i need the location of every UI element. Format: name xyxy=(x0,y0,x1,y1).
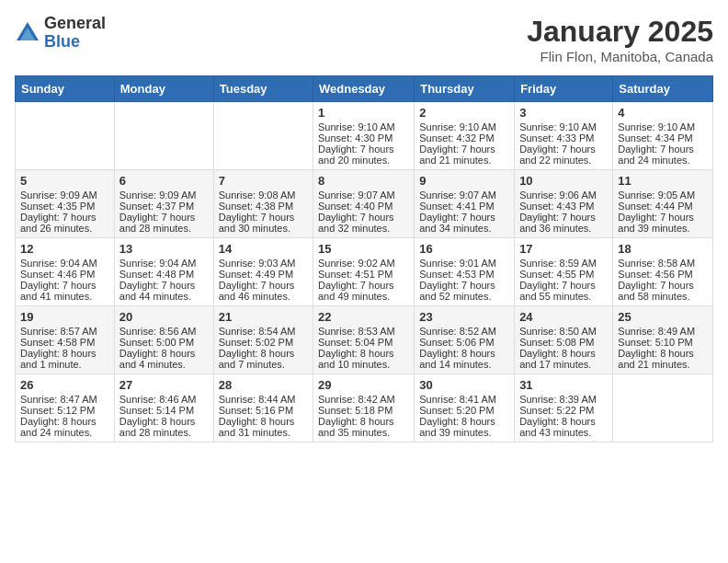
day-of-week-header: Thursday xyxy=(415,76,515,102)
day-number: 30 xyxy=(419,378,509,392)
day-info-line: Sunset: 4:32 PM xyxy=(419,132,509,144)
calendar-week-row: 5Sunrise: 9:09 AMSunset: 4:35 PMDaylight… xyxy=(16,170,713,238)
day-info-line: and 31 minutes. xyxy=(219,427,308,438)
calendar-day-cell: 11Sunrise: 9:05 AMSunset: 4:44 PMDayligh… xyxy=(613,170,713,238)
calendar-day-cell: 24Sunrise: 8:50 AMSunset: 5:08 PMDayligh… xyxy=(515,306,613,374)
title-block: January 2025 Flin Flon, Manitoba, Canada xyxy=(527,15,713,64)
day-info-line: Sunrise: 9:10 AM xyxy=(618,121,708,132)
calendar-day-cell: 5Sunrise: 9:09 AMSunset: 4:35 PMDaylight… xyxy=(16,170,115,238)
calendar-day-cell xyxy=(613,374,713,442)
calendar-day-cell: 1Sunrise: 9:10 AMSunset: 4:30 PMDaylight… xyxy=(313,102,415,170)
day-number: 18 xyxy=(618,242,708,256)
day-info-line: Sunrise: 9:03 AM xyxy=(219,258,308,269)
day-info-line: Sunrise: 8:39 AM xyxy=(519,394,608,405)
calendar-table: SundayMondayTuesdayWednesdayThursdayFrid… xyxy=(15,75,713,442)
day-info-line: and 4 minutes. xyxy=(119,359,209,370)
calendar-day-cell: 10Sunrise: 9:06 AMSunset: 4:43 PMDayligh… xyxy=(515,170,613,238)
calendar-day-cell: 8Sunrise: 9:07 AMSunset: 4:40 PMDaylight… xyxy=(313,170,415,238)
day-info-line: Daylight: 7 hours xyxy=(119,280,209,291)
calendar-day-cell: 27Sunrise: 8:46 AMSunset: 5:14 PMDayligh… xyxy=(114,374,213,442)
day-number: 2 xyxy=(419,106,509,120)
day-number: 21 xyxy=(219,310,308,324)
day-info-line: and 34 minutes. xyxy=(419,223,509,234)
calendar-day-cell: 14Sunrise: 9:03 AMSunset: 4:49 PMDayligh… xyxy=(213,238,313,306)
day-info-line: Sunset: 4:35 PM xyxy=(20,201,109,212)
day-info-line: Sunrise: 9:07 AM xyxy=(318,190,409,201)
day-info-line: Daylight: 7 hours xyxy=(618,280,708,291)
day-info-line: Sunset: 5:20 PM xyxy=(419,405,509,416)
day-info-line: Sunset: 4:30 PM xyxy=(318,132,409,144)
logo-blue-text: Blue xyxy=(44,33,106,52)
logo: General Blue xyxy=(15,15,106,52)
day-info-line: Sunrise: 8:41 AM xyxy=(419,394,509,405)
day-info-line: Daylight: 8 hours xyxy=(419,416,509,427)
day-number: 20 xyxy=(119,310,209,324)
day-info-line: Sunrise: 8:42 AM xyxy=(318,394,409,405)
calendar-day-cell: 28Sunrise: 8:44 AMSunset: 5:16 PMDayligh… xyxy=(213,374,313,442)
day-number: 31 xyxy=(519,378,608,392)
calendar-day-cell: 21Sunrise: 8:54 AMSunset: 5:02 PMDayligh… xyxy=(213,306,313,374)
day-info-line: Sunrise: 8:47 AM xyxy=(20,394,109,405)
day-info-line: Sunset: 4:43 PM xyxy=(519,201,608,212)
day-info-line: and 35 minutes. xyxy=(318,427,409,438)
day-info-line: Daylight: 7 hours xyxy=(618,212,708,223)
day-info-line: Sunrise: 9:04 AM xyxy=(20,258,109,269)
day-info-line: and 30 minutes. xyxy=(219,223,308,234)
calendar-day-cell: 7Sunrise: 9:08 AMSunset: 4:38 PMDaylight… xyxy=(213,170,313,238)
calendar-day-cell: 18Sunrise: 8:58 AMSunset: 4:56 PMDayligh… xyxy=(613,238,713,306)
day-number: 14 xyxy=(219,242,308,256)
day-info-line: Daylight: 7 hours xyxy=(20,280,109,291)
day-info-line: Daylight: 7 hours xyxy=(419,144,509,155)
calendar-day-cell: 17Sunrise: 8:59 AMSunset: 4:55 PMDayligh… xyxy=(515,238,613,306)
day-info-line: Daylight: 8 hours xyxy=(618,348,708,359)
day-info-line: Sunrise: 8:57 AM xyxy=(20,326,109,337)
day-info-line: and 58 minutes. xyxy=(618,291,708,302)
day-number: 22 xyxy=(318,310,409,324)
day-info-line: and 39 minutes. xyxy=(419,427,509,438)
calendar-day-cell: 20Sunrise: 8:56 AMSunset: 5:00 PMDayligh… xyxy=(114,306,213,374)
day-info-line: Daylight: 8 hours xyxy=(219,416,308,427)
day-number: 19 xyxy=(20,310,109,324)
day-info-line: Daylight: 8 hours xyxy=(318,416,409,427)
calendar-day-cell: 13Sunrise: 9:04 AMSunset: 4:48 PMDayligh… xyxy=(114,238,213,306)
day-number: 26 xyxy=(20,378,109,392)
day-number: 8 xyxy=(318,174,409,188)
calendar-day-cell xyxy=(16,102,115,170)
day-info-line: Sunrise: 9:07 AM xyxy=(419,190,509,201)
day-info-line: and 41 minutes. xyxy=(20,291,109,302)
day-number: 1 xyxy=(318,106,409,120)
day-info-line: Sunset: 5:22 PM xyxy=(519,405,608,416)
day-info-line: Sunrise: 8:49 AM xyxy=(618,326,708,337)
day-info-line: Sunset: 4:51 PM xyxy=(318,269,409,280)
day-info-line: Sunset: 5:18 PM xyxy=(318,405,409,416)
day-info-line: and 26 minutes. xyxy=(20,223,109,234)
calendar-day-cell: 9Sunrise: 9:07 AMSunset: 4:41 PMDaylight… xyxy=(415,170,515,238)
day-info-line: Sunrise: 9:01 AM xyxy=(419,258,509,269)
day-number: 11 xyxy=(618,174,708,188)
calendar-day-cell xyxy=(114,102,213,170)
day-info-line: Sunrise: 8:56 AM xyxy=(119,326,209,337)
calendar-day-cell: 26Sunrise: 8:47 AMSunset: 5:12 PMDayligh… xyxy=(16,374,115,442)
calendar-day-cell: 29Sunrise: 8:42 AMSunset: 5:18 PMDayligh… xyxy=(313,374,415,442)
day-info-line: and 10 minutes. xyxy=(318,359,409,370)
calendar-day-cell: 4Sunrise: 9:10 AMSunset: 4:34 PMDaylight… xyxy=(613,102,713,170)
day-info-line: Sunset: 5:10 PM xyxy=(618,337,708,348)
day-info-line: and 49 minutes. xyxy=(318,291,409,302)
day-info-line: Sunset: 4:56 PM xyxy=(618,269,708,280)
day-of-week-header: Tuesday xyxy=(213,76,313,102)
calendar-day-cell: 23Sunrise: 8:52 AMSunset: 5:06 PMDayligh… xyxy=(415,306,515,374)
calendar-day-cell: 19Sunrise: 8:57 AMSunset: 4:58 PMDayligh… xyxy=(16,306,115,374)
day-number: 5 xyxy=(20,174,109,188)
day-number: 7 xyxy=(219,174,308,188)
day-of-week-header: Saturday xyxy=(613,76,713,102)
day-info-line: Sunrise: 8:54 AM xyxy=(219,326,308,337)
day-info-line: Daylight: 7 hours xyxy=(519,280,608,291)
day-info-line: Sunrise: 9:09 AM xyxy=(119,190,209,201)
day-info-line: Daylight: 8 hours xyxy=(119,348,209,359)
day-info-line: and 28 minutes. xyxy=(119,223,209,234)
day-info-line: Sunrise: 9:04 AM xyxy=(119,258,209,269)
day-of-week-header: Sunday xyxy=(16,76,115,102)
day-info-line: Sunrise: 8:52 AM xyxy=(419,326,509,337)
day-info-line: and 7 minutes. xyxy=(219,359,308,370)
day-info-line: Sunset: 4:55 PM xyxy=(519,269,608,280)
